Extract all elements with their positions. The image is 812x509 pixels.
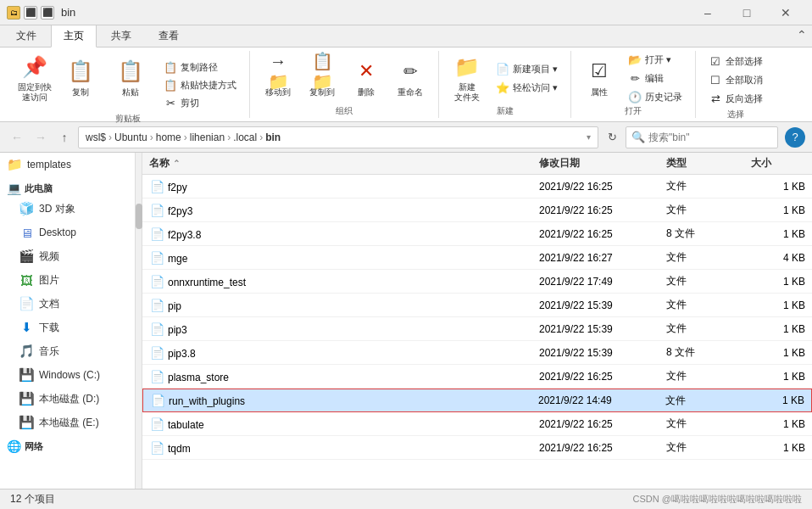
table-row[interactable]: 📄f2py2021/9/22 16:25文件1 KB: [142, 175, 812, 199]
organize-label: 组织: [336, 105, 353, 117]
file-size-cell: 1 KB: [744, 367, 812, 386]
file-name-cell: 📄pip: [142, 294, 532, 316]
cut-button[interactable]: ✂ 剪切: [158, 94, 242, 111]
edit-icon: ✏: [628, 71, 642, 85]
refresh-button[interactable]: ↻: [602, 127, 622, 148]
table-row[interactable]: 📄mge2021/9/22 16:27文件4 KB: [142, 246, 812, 270]
table-row[interactable]: 📄pip32021/9/22 15:39文件1 KB: [142, 317, 812, 341]
path-dropdown-icon[interactable]: ▾: [587, 132, 591, 142]
file-name-cell: 📄onnxruntime_test: [142, 271, 532, 293]
back-button[interactable]: ←: [7, 127, 27, 148]
select-all-button[interactable]: ☑ 全部选择: [703, 53, 769, 70]
minimize-button[interactable]: –: [688, 0, 727, 25]
copy-path-icon: 📋: [164, 60, 177, 74]
file-name: plasma_store: [168, 372, 229, 383]
tab-share[interactable]: 共享: [98, 25, 144, 47]
select-all-icon: ☑: [709, 54, 722, 68]
file-icon: 📄: [149, 298, 164, 313]
copy-path-button[interactable]: 📋 复制路径: [158, 59, 242, 76]
file-name-cell: 📄f2py: [142, 176, 532, 198]
deselect-all-button[interactable]: ☐ 全部取消: [703, 71, 769, 88]
sidebar-item-video[interactable]: 🎬 视频: [0, 244, 135, 268]
sidebar-section-this-pc[interactable]: 💻 此电脑: [0, 176, 135, 197]
rename-button[interactable]: ✏ 重命名: [389, 53, 431, 103]
sidebar-item-drive-e[interactable]: 💾 本地磁盘 (E:): [0, 411, 135, 434]
table-row[interactable]: 📄run_with_plugins2021/9/22 14:49文件1 KB: [142, 389, 812, 412]
sidebar-item-downloads[interactable]: ⬇ 下载: [0, 316, 135, 339]
table-row[interactable]: 📄tqdm2021/9/22 16:25文件1 KB: [142, 436, 812, 460]
move-to-button[interactable]: →📁 移动到: [257, 53, 299, 103]
file-type-cell: 文件: [659, 390, 743, 411]
tab-home[interactable]: 主页: [51, 25, 97, 48]
ribbon-collapse-button[interactable]: ⌃: [792, 25, 812, 45]
cut-icon: ✂: [164, 96, 177, 109]
image-icon: 🖼: [19, 272, 34, 288]
table-row[interactable]: 📄pip3.82021/9/22 15:398 文件1 KB: [142, 341, 812, 365]
edit-button[interactable]: ✏ 编辑: [622, 70, 688, 87]
new-label: 新建: [497, 105, 514, 117]
path-home: home: [156, 131, 181, 143]
path-wsl: wsl$: [86, 131, 106, 143]
new-buttons: 📁 新建文件夹 📄 新建项目 ▾ ⭐ 轻松访问 ▾: [446, 53, 564, 103]
file-name: onnxruntime_test: [168, 277, 246, 288]
paste-button[interactable]: 📋 粘贴: [105, 53, 156, 103]
column-type[interactable]: 类型: [659, 153, 744, 174]
copy-to-icon: 📋📁: [309, 58, 336, 85]
copy-to-button[interactable]: 📋📁 复制到: [301, 53, 343, 103]
new-folder-button[interactable]: 📁 新建文件夹: [446, 53, 488, 103]
file-icon: 📄: [149, 345, 164, 361]
file-date-cell: 2021/9/22 16:25: [532, 177, 659, 196]
column-date[interactable]: 修改日期: [532, 153, 659, 174]
sidebar-item-3d[interactable]: 🧊 3D 对象: [0, 197, 135, 221]
copy-button[interactable]: 📋 复制: [59, 53, 102, 103]
file-type-cell: 8 文件: [659, 223, 744, 244]
search-input[interactable]: [648, 131, 776, 143]
sidebar-item-drive-c[interactable]: 💾 Windows (C:): [0, 363, 135, 387]
select-label: 选择: [727, 109, 744, 120]
maximize-button[interactable]: □: [727, 0, 766, 25]
new-item-button[interactable]: 📄 新建项目 ▾: [490, 60, 564, 77]
file-icon: 📄: [149, 203, 164, 218]
drive-c-icon: 💾: [19, 367, 34, 383]
sidebar-item-drive-d[interactable]: 💾 本地磁盘 (D:): [0, 387, 135, 411]
close-button[interactable]: ✕: [766, 0, 805, 25]
invert-selection-button[interactable]: ⇄ 反向选择: [703, 90, 769, 107]
sidebar-item-images[interactable]: 🖼 图片: [0, 268, 135, 292]
forward-button[interactable]: →: [31, 127, 51, 148]
search-box[interactable]: 🔍: [626, 126, 778, 148]
history-button[interactable]: 🕐 历史记录: [622, 88, 688, 105]
address-path[interactable]: wsl$ › Ubuntu › home › lihenian › .local…: [78, 126, 598, 148]
ribbon-tabs: 文件 主页 共享 查看 ⌃: [0, 25, 812, 48]
open-icon: 📂: [628, 53, 642, 66]
easy-access-button[interactable]: ⭐ 轻松访问 ▾: [490, 79, 564, 96]
table-row[interactable]: 📄plasma_store2021/9/22 16:25文件1 KB: [142, 365, 812, 389]
tab-file[interactable]: 文件: [3, 25, 49, 47]
table-row[interactable]: 📄pip2021/9/22 15:39文件1 KB: [142, 294, 812, 317]
sidebar-section-network[interactable]: 🌐 网络: [0, 434, 135, 455]
properties-button[interactable]: ☑ 属性: [578, 53, 620, 103]
pin-to-quick-access-button[interactable]: 📌 固定到快速访问: [14, 53, 56, 103]
sidebar-item-documents[interactable]: 📄 文档: [0, 292, 135, 316]
help-button[interactable]: ?: [785, 127, 805, 148]
file-name-cell: 📄run_with_plugins: [143, 389, 531, 411]
table-row[interactable]: 📄onnxruntime_test2021/9/22 17:49文件1 KB: [142, 270, 812, 294]
open-button[interactable]: 📂 打开 ▾: [622, 51, 688, 68]
table-row[interactable]: 📄f2py3.82021/9/22 16:258 文件1 KB: [142, 222, 812, 246]
tab-view[interactable]: 查看: [146, 25, 192, 47]
column-size[interactable]: 大小: [744, 153, 812, 174]
title-icon-2: ⬛: [24, 6, 37, 20]
sidebar-item-templates[interactable]: 📁 templates: [0, 153, 135, 176]
sidebar-item-desktop[interactable]: 🖥 Desktop: [0, 221, 135, 244]
sidebar-scrollbar[interactable]: [136, 153, 142, 489]
file-type-cell: 文件: [659, 318, 744, 339]
delete-button[interactable]: ✕ 删除: [345, 53, 387, 103]
up-button[interactable]: ↑: [54, 127, 75, 148]
table-row[interactable]: 📄tabulate2021/9/22 16:25文件1 KB: [142, 412, 812, 436]
sidebar-item-label: Desktop: [39, 227, 76, 238]
paste-shortcut-button[interactable]: 📋 粘贴快捷方式: [158, 76, 242, 93]
sidebar-item-music[interactable]: 🎵 音乐: [0, 339, 135, 363]
file-size-cell: 1 KB: [744, 415, 812, 433]
file-type-cell: 文件: [659, 247, 744, 268]
table-row[interactable]: 📄f2py32021/9/22 16:25文件1 KB: [142, 199, 812, 222]
column-name[interactable]: 名称 ⌃: [142, 153, 532, 174]
